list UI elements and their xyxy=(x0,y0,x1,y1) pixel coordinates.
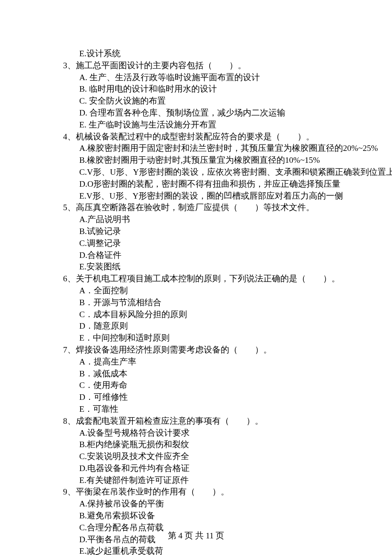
text-line: C. 安全防火设施的布置 xyxy=(63,95,341,107)
document-page: E.设计系统3、施工总平面图设计的主要内容包括（ ）。A. 生产、生活及行政等临… xyxy=(0,0,392,555)
text-line: B．减低成本 xyxy=(63,368,341,380)
text-line: B. 临时用电的设计和临时用水的设计 xyxy=(63,83,341,95)
text-line: A．全面控制 xyxy=(63,285,341,297)
text-line: A.橡胶密封圈用于固定密封和法兰密封时，其预压量宜为橡胶圈直径的20%~25% xyxy=(63,142,341,154)
text-line: D．随意原则 xyxy=(63,320,341,332)
text-line: D.O形密封圈的装配，密封圈不得有扭曲和损伤，并应正确选择预压量 xyxy=(63,178,341,190)
text-line: E．中间控制和适时原则 xyxy=(63,332,341,344)
text-line: C.安装说明及技术文件应齐全 xyxy=(63,451,341,462)
text-line: D.合格证件 xyxy=(63,249,341,261)
content-body: E.设计系统3、施工总平面图设计的主要内容包括（ ）。A. 生产、生活及行政等临… xyxy=(63,48,341,555)
text-line: B.试验记录 xyxy=(63,225,341,237)
text-line: C.V形、U形、Y形密封圈的装设，应依次将密封圈、支承圈和锁紧圈正确装到位置上 xyxy=(63,166,341,178)
text-line: E．可靠性 xyxy=(63,403,341,415)
text-line: B．开源与节流相结合 xyxy=(63,297,341,309)
text-line: E.设计系统 xyxy=(63,48,341,60)
text-line: 4、机械设备装配过程中的成型密封装配应符合的要求是（ ）。 xyxy=(63,131,341,143)
text-line: D.电器设备和元件均有合格证 xyxy=(63,462,341,474)
text-line: A.保持被吊设备的平衡 xyxy=(63,498,341,510)
text-line: 7、焊接设备选用经济性原则需要考虑设备的（ ）。 xyxy=(63,344,341,356)
text-line: A．提高生产率 xyxy=(63,356,341,368)
text-line: D. 合理布置各种仓库、预制场位置，减少场内二次运输 xyxy=(63,107,341,119)
text-line: A. 生产、生活及行政等临时设施平面布置的设计 xyxy=(63,72,341,84)
text-line: E.减少起重机承受载荷 xyxy=(63,545,341,555)
text-line: D．可维修性 xyxy=(63,391,341,403)
text-line: E.V形、U形、Y形密封圈的装设，圈的凹槽或唇部应对着压力高的一侧 xyxy=(63,190,341,202)
text-line: C．成本目标风险分担的原则 xyxy=(63,309,341,321)
text-line: A.产品说明书 xyxy=(63,214,341,225)
text-line: C.调整记录 xyxy=(63,237,341,249)
text-line: E.安装图纸 xyxy=(63,261,341,273)
text-line: 9、平衡梁在吊装作业时的作用有（ ）。 xyxy=(63,486,341,498)
text-line: 8、成套配电装置开箱检查应注意的事项有（ ）。 xyxy=(63,415,341,427)
text-line: B.橡胶密封圈用于动密封时,其预压量宜为橡胶圈直径的10%~15% xyxy=(63,154,341,166)
text-line: B.避免吊索损坏设备 xyxy=(63,510,341,522)
text-line: E.有关键部件制造许可证原件 xyxy=(63,474,341,486)
text-line: 5、高压真空断路器在验收时，制造厂应提供（ ）等技术文件。 xyxy=(63,202,341,214)
text-line: 3、施工总平面图设计的主要内容包括（ ）。 xyxy=(63,60,341,72)
text-line: B.柜内绝缘瓷瓶无损伤和裂纹 xyxy=(63,439,341,451)
text-line: C．使用寿命 xyxy=(63,379,341,391)
text-line: E. 生产临时设施与生活设施分开布置 xyxy=(63,119,341,131)
text-line: A.设备型号规格符合设计要求 xyxy=(63,427,341,439)
page-footer: 第 4 页 共 11 页 xyxy=(0,530,392,541)
text-line: 6、关于机电工程项目施工成本控制的原则，下列说法正确的是（ ）。 xyxy=(63,273,341,285)
